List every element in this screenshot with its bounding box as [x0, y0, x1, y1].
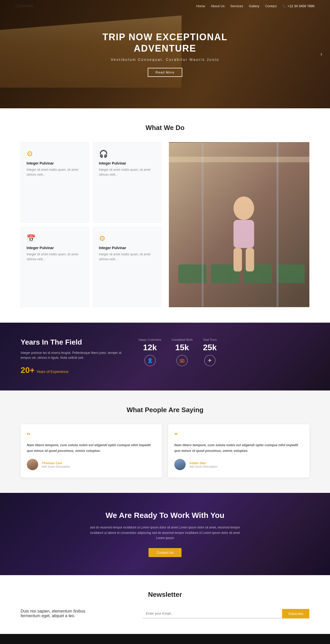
service-icon-1: 🎧 — [99, 150, 155, 158]
nav-phone: 📞 +12 34 3456 7890 — [282, 4, 315, 8]
navigation: Commute Home About Us Services Gallery C… — [0, 0, 330, 12]
newsletter-inner: Duis nisi sapien, elementum finibus ferm… — [21, 609, 309, 618]
testimonial-author-0: Thomas Carl Add Some Description — [27, 459, 156, 470]
testimonial-author-info-1: Adam Ster Add Some Description — [189, 461, 217, 468]
testimonials-section: What People Are Saying " Nam libero temp… — [0, 390, 330, 493]
stats-right: Happy Customers 12k 👤 Completed Work 15k… — [139, 338, 310, 366]
stat-number-1: 15k — [172, 343, 193, 352]
stats-section: Years In The Field Integer pulvinar leo … — [0, 323, 330, 390]
testimonial-author-1: Adam Ster Add Some Description — [174, 459, 303, 470]
svg-point-5 — [234, 197, 254, 220]
service-title-2: Integer Pulvinar — [27, 246, 83, 250]
stat-icon-0: 👤 — [144, 355, 156, 366]
stats-experience: 20+ Years of Experience — [21, 365, 123, 375]
stat-icon-1: 💼 — [176, 355, 188, 366]
svg-rect-1 — [178, 264, 206, 283]
newsletter-text: Duis nisi sapien, elementum finibus ferm… — [21, 609, 132, 618]
service-icon-0: ⚙ — [27, 150, 83, 158]
testimonial-name-0: Thomas Carl — [42, 461, 70, 465]
what-we-do-image — [169, 142, 309, 307]
service-text-0: Integer sit amet mattis quam, sit amet u… — [27, 167, 83, 177]
cta-section: We Are Ready To Work With You sed do eiu… — [0, 493, 330, 575]
testimonials-inner: " Nam libero tempore, cum soluta nobis e… — [21, 424, 309, 477]
stats-description: Integer pulvinar leo id viverra feugiat.… — [21, 350, 123, 360]
hero-section: TRIP NOW EXCEPTIONALADVENTURE Vestibulum… — [0, 0, 330, 108]
cta-title: We Are Ready To Work With You — [21, 511, 309, 520]
stat-item-1: Completed Work 15k 💼 — [172, 338, 193, 366]
newsletter-section: Newsletter Duis nisi sapien, elementum f… — [0, 575, 330, 634]
stat-label-2: Total Tours — [203, 338, 217, 341]
newsletter-title: Newsletter — [21, 591, 309, 599]
newsletter-line2: fermentum eget, aliquet a leo. — [21, 614, 132, 618]
stat-item-2: Total Tours 25k ✈ — [203, 338, 217, 366]
stats-left: Years In The Field Integer pulvinar leo … — [21, 338, 123, 375]
metro-photo — [169, 142, 309, 307]
stat-number-0: 12k — [139, 343, 161, 352]
footer: Get In Touchwith us f t g+ ✉ Home About … — [0, 634, 330, 644]
service-card-1: 🎧 Integer Pulvinar Integer sit amet matt… — [93, 142, 161, 223]
testimonial-role-0: Add Some Description — [42, 465, 70, 468]
service-text-1: Integer sit amet mattis quam, sit amet u… — [99, 167, 155, 177]
stat-icon-2: ✈ — [204, 355, 216, 366]
nav-services[interactable]: Services — [230, 4, 243, 8]
nav-about[interactable]: About Us — [211, 4, 225, 8]
svg-rect-10 — [277, 143, 278, 307]
testimonial-card-1: " Nam libero tempore, cum soluta nobis e… — [168, 424, 309, 477]
hero-subtitle: Vestibulum Consequat. Curabitur Mauris J… — [102, 58, 227, 62]
quote-mark-0: " — [27, 431, 156, 440]
service-card-3: ⚙ Integer Pulvinar Integer sit amet matt… — [93, 227, 161, 307]
testimonial-text-0: Nam libero tempore, cum soluta nobis est… — [27, 442, 156, 454]
hero-content: TRIP NOW EXCEPTIONALADVENTURE Vestibulum… — [102, 31, 227, 77]
service-text-3: Integer sit amet mattis quam, sit amet u… — [99, 252, 155, 262]
svg-rect-11 — [169, 157, 309, 162]
testimonial-text-1: Nam libero tempore, cum soluta nobis est… — [174, 442, 303, 454]
nav-home[interactable]: Home — [196, 4, 205, 8]
service-icon-2: 📅 — [27, 234, 83, 243]
service-title-1: Integer Pulvinar — [99, 161, 155, 165]
stat-label-0: Happy Customers — [139, 338, 161, 341]
svg-rect-2 — [211, 264, 239, 283]
what-we-do-title: What We Do — [21, 124, 309, 132]
cta-contact-button[interactable]: Contact Us — [148, 548, 182, 557]
stats-exp-number: 20+ — [21, 365, 35, 375]
what-we-do-section: What We Do ⚙ Integer Pulvinar Integer si… — [0, 108, 330, 323]
testimonials-title: What People Are Saying — [21, 406, 309, 414]
quote-mark-1: " — [174, 431, 303, 440]
stats-title: Years In The Field — [21, 338, 123, 346]
newsletter-line1: Duis nisi sapien, elementum finibus — [21, 609, 132, 614]
newsletter-email-input[interactable] — [142, 609, 282, 618]
testimonial-avatar-0 — [27, 459, 38, 470]
testimonial-role-1: Add Some Description — [189, 465, 217, 468]
newsletter-subscribe-button[interactable]: Subscribe — [282, 609, 309, 618]
service-card-0: ⚙ Integer Pulvinar Integer sit amet matt… — [21, 142, 89, 223]
service-text-2: Integer sit amet mattis quam, sit amet u… — [27, 252, 83, 262]
stat-label-1: Completed Work — [172, 338, 193, 341]
hero-title: TRIP NOW EXCEPTIONALADVENTURE — [102, 31, 227, 54]
svg-rect-0 — [169, 143, 309, 307]
nav-logo[interactable]: Commute — [15, 4, 33, 8]
service-icon-3: ⚙ — [99, 234, 155, 243]
testimonial-card-0: " Nam libero tempore, cum soluta nobis e… — [21, 424, 162, 477]
nav-contact[interactable]: Contact — [265, 4, 277, 8]
svg-rect-3 — [244, 264, 272, 283]
svg-rect-6 — [234, 220, 254, 248]
service-title-3: Integer Pulvinar — [99, 246, 155, 250]
newsletter-form: Subscribe — [142, 609, 309, 618]
nav-gallery[interactable]: Gallery — [249, 4, 259, 8]
service-title-0: Integer Pulvinar — [27, 161, 83, 165]
stat-item-0: Happy Customers 12k 👤 — [139, 338, 161, 366]
svg-rect-9 — [202, 143, 203, 307]
svg-rect-8 — [246, 248, 254, 272]
stat-number-2: 25k — [203, 343, 217, 352]
service-card-2: 📅 Integer Pulvinar Integer sit amet matt… — [21, 227, 89, 307]
what-we-do-inner: ⚙ Integer Pulvinar Integer sit amet matt… — [21, 142, 309, 307]
svg-rect-4 — [277, 264, 305, 283]
nav-links: Home About Us Services Gallery Contact 📞… — [196, 4, 315, 8]
testimonial-name-1: Adam Ster — [189, 461, 217, 465]
what-we-do-cards: ⚙ Integer Pulvinar Integer sit amet matt… — [21, 142, 161, 307]
stats-exp-label: Years of Experience — [36, 370, 69, 374]
cta-description: sed do eiusmod tempor incididunt ut Lore… — [88, 525, 242, 541]
hero-read-more-button[interactable]: Read More — [148, 68, 182, 77]
hero-next-arrow[interactable]: › — [320, 51, 322, 58]
testimonial-avatar-1 — [174, 459, 186, 470]
